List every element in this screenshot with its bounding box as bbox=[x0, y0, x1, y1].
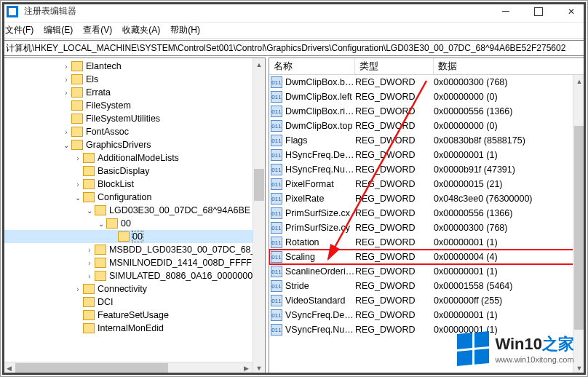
tree-item[interactable]: 00 bbox=[3, 230, 265, 243]
chevron-right-icon[interactable]: › bbox=[61, 89, 71, 97]
value-type: REG_DWORD bbox=[355, 325, 434, 335]
value-row[interactable]: 011ScanlineOrderi…REG_DWORD0x00000001 (1… bbox=[269, 264, 585, 279]
tree-item-label: Configuration bbox=[98, 192, 151, 202]
value-type: REG_DWORD bbox=[355, 194, 434, 204]
close-button[interactable] bbox=[555, 1, 587, 22]
tree-item-label: LGD03E30_00_07DC_68^94A6BE bbox=[109, 205, 250, 215]
menu-edit[interactable]: 编辑(E) bbox=[44, 24, 73, 36]
menu-favorites[interactable]: 收藏夹(A) bbox=[122, 24, 160, 36]
scroll-down-icon[interactable]: ▼ bbox=[573, 362, 585, 374]
tree-item[interactable]: ⌄Configuration bbox=[3, 191, 265, 204]
value-type: REG_DWORD bbox=[355, 150, 434, 160]
value-row[interactable]: 011ScalingREG_DWORD0x00000004 (4) bbox=[269, 250, 585, 264]
tree-pane: ›Elantech›Els›ErrataFileSystemFileSystem… bbox=[2, 57, 266, 375]
scroll-thumb[interactable] bbox=[15, 363, 168, 373]
tree-item[interactable]: ›BlockList bbox=[3, 178, 265, 191]
value-row[interactable]: 011VSyncFreq.Den…REG_DWORD0x00000001 (1) bbox=[269, 308, 585, 322]
value-row[interactable]: 011FlagsREG_DWORD0x00830b8f (8588175) bbox=[269, 133, 585, 148]
tree-hscrollbar[interactable]: ◀ ▶ bbox=[3, 362, 253, 374]
tree-item[interactable]: ›AdditionalModeLists bbox=[3, 151, 265, 164]
col-header-type[interactable]: 类型 bbox=[355, 58, 434, 74]
tree-item[interactable]: ›Elantech bbox=[3, 60, 265, 73]
tree-item[interactable]: FileSystemUtilities bbox=[3, 112, 265, 125]
chevron-right-icon[interactable]: › bbox=[73, 154, 83, 162]
scroll-thumb[interactable] bbox=[254, 169, 264, 201]
folder-icon bbox=[71, 100, 83, 111]
scroll-right-icon[interactable]: ▶ bbox=[240, 362, 253, 374]
value-row[interactable]: 011DwmClipBox.ri…REG_DWORD0x00000556 (13… bbox=[269, 104, 585, 119]
value-name: DwmClipBox.b… bbox=[285, 77, 355, 87]
dword-icon: 011 bbox=[271, 164, 282, 175]
tree-item[interactable]: ›Els bbox=[3, 73, 265, 86]
tree-item[interactable]: ›Errata bbox=[3, 86, 265, 99]
list-vscrollbar[interactable]: ▲ ▼ bbox=[573, 75, 585, 374]
tree-item[interactable]: ›FontAssoc bbox=[3, 125, 265, 138]
menu-help[interactable]: 帮助(H) bbox=[170, 24, 200, 36]
value-data: 0x00000300 (768) bbox=[434, 223, 585, 233]
value-row[interactable]: 011HSyncFreq.Nu…REG_DWORD0x0000b91f (473… bbox=[269, 162, 585, 177]
chevron-right-icon[interactable]: › bbox=[73, 180, 83, 188]
tree-item[interactable]: ›Connectivity bbox=[3, 282, 265, 295]
menu-file[interactable]: 文件(F) bbox=[5, 24, 33, 36]
chevron-right-icon[interactable]: › bbox=[84, 246, 95, 254]
tree-item[interactable]: ⌄GraphicsDrivers bbox=[3, 138, 265, 151]
value-data: 0x00000001 (1) bbox=[434, 310, 585, 320]
folder-icon bbox=[95, 245, 106, 255]
scroll-thumb[interactable] bbox=[574, 126, 584, 330]
chevron-right-icon[interactable]: › bbox=[84, 259, 95, 267]
value-list[interactable]: 011DwmClipBox.b…REG_DWORD0x00000300 (768… bbox=[269, 75, 585, 337]
chevron-down-icon[interactable]: ⌄ bbox=[84, 207, 95, 215]
scroll-down-icon[interactable]: ▼ bbox=[253, 362, 265, 374]
chevron-right-icon[interactable]: › bbox=[84, 272, 95, 280]
value-row[interactable]: 011PixelFormatREG_DWORD0x00000015 (21) bbox=[269, 177, 585, 191]
tree-item[interactable]: ›SIMULATED_8086_0A16_0000000 bbox=[3, 269, 265, 282]
value-row[interactable]: 011DwmClipBox.leftREG_DWORD0x00000000 (0… bbox=[269, 90, 585, 104]
tree-item[interactable]: ›MSNILNOEDID_1414_008D_FFFFF bbox=[3, 256, 265, 269]
value-row[interactable]: 011PrimSurfSize.cxREG_DWORD0x00000556 (1… bbox=[269, 206, 585, 221]
tree-item[interactable]: FileSystem bbox=[3, 99, 265, 112]
windows-logo-icon bbox=[457, 331, 489, 366]
tree-item[interactable]: ›MSBDD_LGD03E30_00_07DC_68_ bbox=[3, 243, 265, 256]
value-row[interactable]: 011DwmClipBox.b…REG_DWORD0x00000300 (768… bbox=[269, 75, 585, 90]
value-row[interactable]: 011DwmClipBox.topREG_DWORD0x00000000 (0) bbox=[269, 119, 585, 133]
value-name: DwmClipBox.left bbox=[285, 92, 355, 102]
tree-item[interactable]: InternalMonEdid bbox=[3, 322, 265, 335]
value-row[interactable]: 011HSyncFreq.Den…REG_DWORD0x00000001 (1) bbox=[269, 148, 585, 162]
tree-item-label: FileSystemUtilities bbox=[86, 114, 160, 124]
scroll-left-icon[interactable]: ◀ bbox=[3, 362, 15, 374]
chevron-down-icon[interactable]: ⌄ bbox=[61, 141, 71, 149]
col-header-name[interactable]: 名称 bbox=[269, 58, 355, 74]
value-row[interactable]: 011RotationREG_DWORD0x00000001 (1) bbox=[269, 235, 585, 250]
scroll-up-icon[interactable]: ▲ bbox=[573, 75, 585, 87]
value-row[interactable]: 011StrideREG_DWORD0x00001558 (5464) bbox=[269, 279, 585, 293]
registry-tree[interactable]: ›Elantech›Els›ErrataFileSystemFileSystem… bbox=[3, 58, 265, 374]
chevron-right-icon[interactable]: › bbox=[61, 76, 71, 84]
watermark-brand-accent: 之家 bbox=[542, 335, 574, 353]
folder-icon bbox=[83, 192, 95, 202]
tree-item[interactable]: FeatureSetUsage bbox=[3, 309, 265, 322]
value-name: PrimSurfSize.cy bbox=[285, 223, 355, 233]
value-row[interactable]: 011PixelRateREG_DWORD0x048c3ee0 (7630000… bbox=[269, 191, 585, 206]
value-data: 0x00000000 (0) bbox=[434, 121, 585, 131]
tree-item[interactable]: DCI bbox=[3, 295, 265, 309]
tree-item-label: FileSystem bbox=[86, 100, 131, 111]
value-row[interactable]: 011VideoStandardREG_DWORD0x000000ff (255… bbox=[269, 293, 585, 308]
chevron-right-icon[interactable]: › bbox=[61, 63, 71, 71]
tree-vscrollbar[interactable]: ▲ ▼ bbox=[253, 58, 265, 374]
tree-item[interactable]: ⌄00 bbox=[3, 217, 265, 230]
maximize-button[interactable] bbox=[522, 1, 555, 22]
scroll-up-icon[interactable]: ▲ bbox=[253, 58, 265, 71]
value-data: 0x00000300 (768) bbox=[434, 77, 585, 87]
tree-item[interactable]: ⌄LGD03E30_00_07DC_68^94A6BE bbox=[3, 204, 265, 217]
address-bar[interactable]: 计算机\HKEY_LOCAL_MACHINE\SYSTEM\ControlSet… bbox=[2, 40, 586, 56]
chevron-right-icon[interactable]: › bbox=[61, 128, 71, 136]
folder-icon bbox=[83, 323, 95, 333]
menu-view[interactable]: 查看(V) bbox=[83, 24, 112, 36]
chevron-down-icon[interactable]: ⌄ bbox=[96, 220, 106, 228]
value-row[interactable]: 011PrimSurfSize.cyREG_DWORD0x00000300 (7… bbox=[269, 221, 585, 235]
chevron-down-icon[interactable]: ⌄ bbox=[73, 194, 83, 202]
minimize-button[interactable] bbox=[489, 1, 522, 22]
tree-item[interactable]: BasicDisplay bbox=[3, 164, 265, 178]
col-header-data[interactable]: 数据 bbox=[434, 58, 585, 74]
chevron-right-icon[interactable]: › bbox=[73, 285, 83, 293]
